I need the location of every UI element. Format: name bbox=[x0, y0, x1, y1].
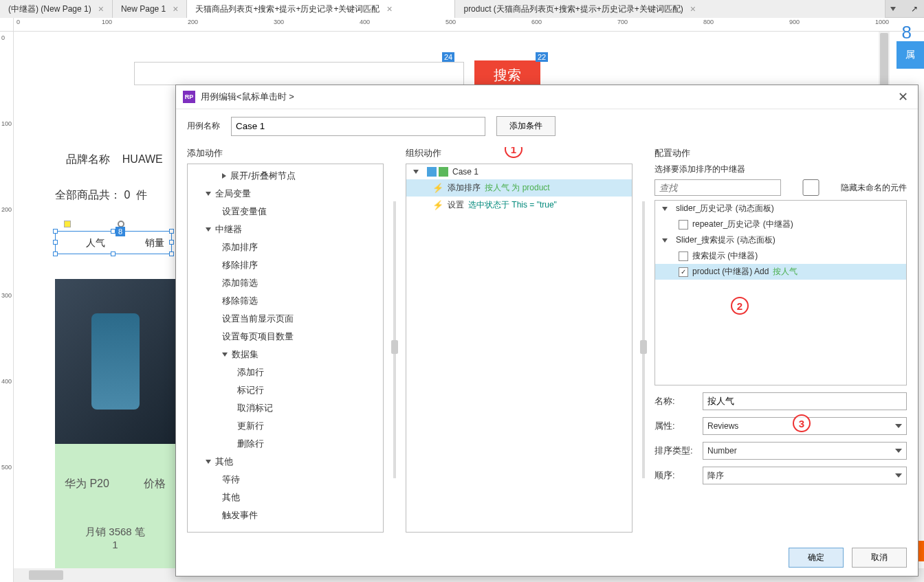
cancel-button[interactable]: 取消 bbox=[852, 548, 907, 568]
action-tree-item[interactable]: 其他 bbox=[188, 453, 383, 471]
close-icon[interactable]: × bbox=[690, 3, 696, 14]
action-tree-item[interactable]: 数据集 bbox=[188, 346, 383, 363]
repeater-tree-item[interactable]: slider_历史记录 (动态面板) bbox=[655, 201, 906, 216]
tabs-collapse[interactable]: ↗ bbox=[905, 0, 924, 17]
chevron-down-icon bbox=[895, 424, 902, 428]
caret-down-icon bbox=[662, 238, 668, 243]
page-tabs: (中继器) (New Page 1)× New Page 1× 天猫商品列表页+… bbox=[0, 0, 924, 18]
tabs-overflow[interactable] bbox=[886, 0, 905, 17]
panel-badge-8: 8 bbox=[902, 22, 912, 43]
checkbox[interactable] bbox=[679, 251, 688, 261]
sort-popularity[interactable]: 人气 bbox=[86, 237, 105, 249]
action-tree-item[interactable]: 设置每页项目数量 bbox=[188, 328, 383, 346]
lightning-icon: ⚡ bbox=[432, 183, 443, 193]
brand-label: 品牌名称 HUAWE bbox=[66, 153, 163, 167]
tab-2[interactable]: New Page 1× bbox=[113, 0, 188, 18]
product-card[interactable]: 华为 P20价格 月销 3568 笔 1 bbox=[55, 444, 175, 568]
action-tree-item[interactable]: 添加排序 bbox=[188, 238, 383, 256]
caret-down-icon bbox=[206, 227, 211, 232]
dimension-badge-24: 24 bbox=[442, 52, 454, 62]
caret-down-icon bbox=[206, 192, 211, 196]
ruler-corner bbox=[0, 18, 14, 32]
hide-unnamed-checkbox[interactable] bbox=[788, 179, 834, 196]
right-panel-tab[interactable]: 属 bbox=[896, 41, 924, 69]
splitter-2[interactable] bbox=[642, 201, 645, 479]
action-tree-item[interactable]: 添加筛选 bbox=[188, 274, 383, 292]
action-tree-item[interactable]: 触发事件 bbox=[188, 506, 383, 524]
add-condition-button[interactable]: 添加条件 bbox=[496, 116, 556, 136]
checkbox[interactable] bbox=[679, 220, 688, 230]
caret-down-icon bbox=[662, 207, 668, 211]
action-tree-item[interactable]: 更新行 bbox=[188, 417, 383, 435]
action-tree-item[interactable]: 其他 bbox=[188, 489, 383, 506]
repeater-tree-item[interactable]: repeater_历史记录 (中继器) bbox=[655, 216, 906, 232]
repeater-tree-item[interactable]: 搜索提示 (中继器) bbox=[655, 248, 906, 264]
dialog-titlebar[interactable]: RP 用例编辑<鼠标单击时 > ✕ bbox=[176, 85, 918, 109]
chevron-down-icon bbox=[895, 449, 902, 453]
config-search-input[interactable] bbox=[654, 179, 781, 196]
action-tree-item[interactable]: 等待 bbox=[188, 471, 383, 489]
config-subheader: 选择要添加排序的中继器 bbox=[654, 164, 907, 179]
action-tree-item[interactable]: 中继器 bbox=[188, 221, 383, 238]
dialog-title: 用例编辑<鼠标单击时 > bbox=[201, 91, 294, 103]
action-tree-item[interactable]: 设置变量值 bbox=[188, 203, 383, 221]
close-icon[interactable]: × bbox=[386, 3, 392, 14]
sorter-selection[interactable]: 人气 销量 bbox=[55, 231, 172, 254]
action-tree-item[interactable]: 移除排序 bbox=[188, 256, 383, 274]
case-row[interactable]: Case 1 bbox=[406, 164, 632, 179]
annotation-3: 3 bbox=[793, 414, 811, 432]
sort-sales[interactable]: 销量 bbox=[145, 237, 164, 249]
action-tree-item[interactable]: 添加行 bbox=[188, 363, 383, 381]
sort-name-input[interactable] bbox=[703, 392, 907, 410]
rp-icon: RP bbox=[183, 91, 195, 103]
action-tree-item[interactable]: 设置当前显示页面 bbox=[188, 310, 383, 328]
splitter-1[interactable] bbox=[393, 201, 396, 479]
lightning-icon: ⚡ bbox=[432, 200, 443, 210]
total-products: 全部商品共： 0 件 bbox=[55, 188, 147, 203]
action-tree-item[interactable]: 展开/折叠树节点 bbox=[188, 167, 383, 185]
action-set-selected[interactable]: ⚡ 设置 选中状态于 This = "true" bbox=[406, 197, 632, 214]
config-action-header: 配置动作 bbox=[654, 147, 907, 159]
action-tree-item[interactable]: 标记行 bbox=[188, 381, 383, 399]
attr-label: 属性: bbox=[654, 420, 696, 432]
case-name-label: 用例名称 bbox=[187, 120, 220, 132]
tab-3-active[interactable]: 天猫商品列表页+搜索+提示+历史记录+关键词匹配× bbox=[187, 0, 455, 18]
name-label: 名称: bbox=[654, 395, 696, 407]
action-tree-item[interactable]: 取消标记 bbox=[188, 399, 383, 417]
hide-unnamed-label: 隐藏未命名的元件 bbox=[841, 182, 907, 194]
note-icon bbox=[64, 221, 71, 227]
product-image[interactable] bbox=[55, 279, 175, 444]
tab-4[interactable]: product (天猫商品列表页+搜索+提示+历史记录+关键词匹配)× bbox=[455, 0, 886, 18]
ok-button[interactable]: 确定 bbox=[789, 548, 844, 568]
add-action-header: 添加动作 bbox=[187, 147, 384, 159]
annotation-2: 2 bbox=[731, 297, 749, 315]
close-icon[interactable]: × bbox=[173, 3, 178, 14]
close-icon[interactable]: × bbox=[98, 3, 104, 14]
organize-action-pane[interactable]: Case 1 ⚡ 添加排序 按人气 为 product ⚡ 设置 选中状态于 T… bbox=[406, 164, 632, 533]
type-label: 排序类型: bbox=[654, 445, 696, 457]
action-tree-item[interactable]: 删除行 bbox=[188, 435, 383, 453]
checkbox[interactable]: ✓ bbox=[679, 267, 688, 277]
caret-down-icon bbox=[222, 352, 228, 357]
repeater-tree-item[interactable]: Slider_搜索提示 (动态面板) bbox=[655, 232, 906, 248]
order-label: 顺序: bbox=[654, 469, 696, 482]
case-name-input[interactable] bbox=[231, 117, 485, 136]
repeater-tree-pane[interactable]: slider_历史记录 (动态面板)repeater_历史记录 (中继器)Sli… bbox=[654, 200, 907, 385]
search-input-box[interactable] bbox=[134, 62, 464, 85]
action-tree-item[interactable]: 移除筛选 bbox=[188, 292, 383, 310]
repeater-tree-item[interactable]: ✓product (中继器) Add 按人气 bbox=[655, 264, 906, 280]
caret-right-icon bbox=[222, 173, 226, 179]
add-action-pane[interactable]: 展开/折叠树节点全局变量设置变量值中继器添加排序移除排序添加筛选移除筛选设置当前… bbox=[187, 164, 384, 533]
close-icon[interactable]: ✕ bbox=[895, 89, 911, 104]
sort-type-select[interactable]: Number bbox=[703, 442, 907, 460]
action-tree-item[interactable]: 全局变量 bbox=[188, 185, 383, 203]
tab-1[interactable]: (中继器) (New Page 1)× bbox=[0, 0, 113, 18]
ruler-vertical: 0 100 200 300 400 500 bbox=[0, 32, 14, 582]
chevron-down-icon bbox=[895, 473, 902, 478]
action-add-sort[interactable]: ⚡ 添加排序 按人气 为 product bbox=[406, 179, 632, 197]
order-select[interactable]: 降序 bbox=[703, 467, 907, 484]
ruler-horizontal: 0 100 200 300 400 500 600 700 800 900 10… bbox=[14, 18, 924, 32]
dimension-badge-8: 8 bbox=[116, 227, 125, 236]
case-editor-dialog: RP 用例编辑<鼠标单击时 > ✕ 用例名称 添加条件 添加动作 展开/折叠树节… bbox=[175, 85, 918, 577]
dimension-badge-22: 22 bbox=[536, 52, 548, 62]
